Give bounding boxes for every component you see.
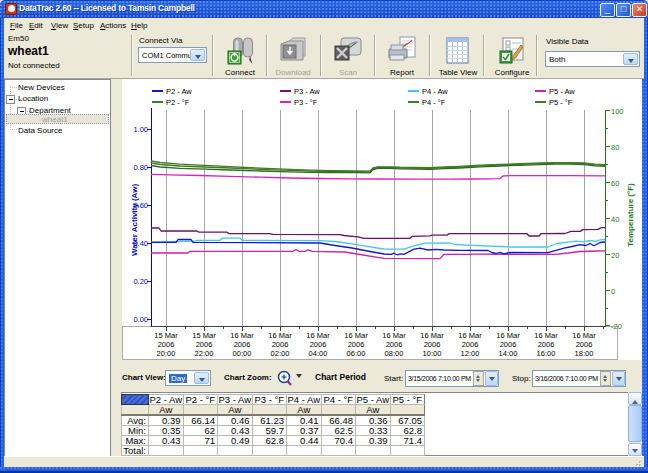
svg-text:22:00: 22:00: [195, 349, 214, 358]
svg-text:16 Mar: 16 Mar: [382, 331, 406, 340]
svg-text:16 Mar: 16 Mar: [306, 331, 330, 340]
svg-text:16 Mar: 16 Mar: [420, 331, 444, 340]
svg-text:18:00: 18:00: [575, 349, 594, 358]
svg-text:0.20: 0.20: [133, 277, 148, 286]
svg-text:2006: 2006: [424, 340, 441, 349]
svg-text:1.00: 1.00: [133, 125, 148, 134]
svg-text:10:00: 10:00: [423, 349, 442, 358]
svg-text:16 Mar: 16 Mar: [496, 331, 520, 340]
svg-text:P4 - Aw: P4 - Aw: [422, 87, 448, 96]
svg-text:0.00: 0.00: [133, 315, 148, 324]
svg-text:40: 40: [611, 215, 619, 224]
svg-text:2006: 2006: [234, 340, 251, 349]
svg-text:Water Activity (Aw): Water Activity (Aw): [130, 184, 139, 256]
svg-text:16 Mar: 16 Mar: [458, 331, 482, 340]
svg-text:P4 - °F: P4 - °F: [422, 98, 446, 107]
svg-text:2006: 2006: [538, 340, 555, 349]
svg-text:2006: 2006: [462, 340, 479, 349]
svg-text:16 Mar: 16 Mar: [268, 331, 292, 340]
svg-text:100: 100: [611, 107, 624, 116]
svg-text:P3 - Aw: P3 - Aw: [294, 87, 320, 96]
svg-text:02:00: 02:00: [271, 349, 290, 358]
svg-text:2006: 2006: [386, 340, 403, 349]
svg-text:2006: 2006: [310, 340, 327, 349]
svg-text:12:00: 12:00: [461, 349, 480, 358]
svg-text:20:00: 20:00: [157, 349, 176, 358]
svg-text:0.80: 0.80: [133, 163, 148, 172]
svg-text:16 Mar: 16 Mar: [344, 331, 368, 340]
svg-text:-20: -20: [611, 322, 622, 331]
svg-text:16 Mar: 16 Mar: [572, 331, 596, 340]
svg-text:20: 20: [611, 251, 619, 260]
svg-text:04:00: 04:00: [309, 349, 328, 358]
svg-text:P5 - Aw: P5 - Aw: [549, 87, 575, 96]
svg-text:16 Mar: 16 Mar: [230, 331, 254, 340]
svg-text:2006: 2006: [500, 340, 517, 349]
svg-text:P5 - °F: P5 - °F: [549, 98, 573, 107]
svg-text:0: 0: [611, 287, 615, 296]
svg-text:15 Mar: 15 Mar: [192, 331, 216, 340]
svg-text:2006: 2006: [158, 340, 175, 349]
svg-text:P2 - Aw: P2 - Aw: [166, 87, 192, 96]
svg-text:2006: 2006: [196, 340, 213, 349]
svg-text:08:00: 08:00: [385, 349, 404, 358]
svg-text:2006: 2006: [272, 340, 289, 349]
svg-text:15 Mar: 15 Mar: [154, 331, 178, 340]
svg-text:16:00: 16:00: [537, 349, 556, 358]
svg-text:80: 80: [611, 143, 619, 152]
svg-text:06:00: 06:00: [347, 349, 366, 358]
svg-text:2006: 2006: [576, 340, 593, 349]
svg-text:16 Mar: 16 Mar: [534, 331, 558, 340]
svg-text:60: 60: [611, 179, 619, 188]
svg-text:00:00: 00:00: [233, 349, 252, 358]
svg-text:P2 - °F: P2 - °F: [166, 98, 190, 107]
svg-text:P3 - °F: P3 - °F: [294, 98, 318, 107]
svg-text:2006: 2006: [348, 340, 365, 349]
svg-text:14:00: 14:00: [499, 349, 518, 358]
